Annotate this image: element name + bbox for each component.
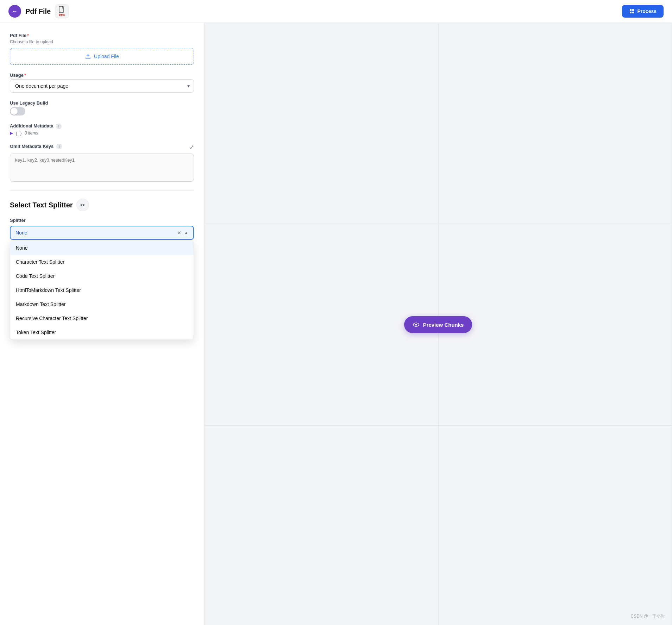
main-layout: Pdf File* Choose a file to upload Upload…: [0, 23, 672, 625]
svg-rect-1: [630, 9, 632, 11]
upload-icon: [85, 53, 91, 60]
svg-rect-0: [59, 6, 63, 13]
pdf-file-label: Pdf File*: [10, 33, 194, 38]
splitter-dropdown-menu: None Character Text Splitter Code Text S…: [10, 240, 194, 340]
svg-rect-3: [630, 12, 632, 13]
omit-metadata-label: Omit Metadata Keys i: [10, 144, 62, 150]
text-splitter-title: Select Text Splitter ✂: [10, 199, 194, 211]
right-panel: Preview Chunks: [204, 23, 672, 625]
pdf-icon-button[interactable]: PDF: [55, 4, 69, 18]
scissors-button[interactable]: ✂: [76, 199, 89, 211]
chunk-cell-3: [438, 224, 672, 425]
additional-metadata-label: Additional Metadata i: [10, 123, 194, 129]
omit-metadata-textarea[interactable]: [10, 154, 194, 182]
omit-metadata-group: Omit Metadata Keys i ⤢: [10, 144, 194, 183]
dropdown-clear-icon[interactable]: ✕: [177, 230, 181, 235]
metadata-brace-close: }: [20, 131, 21, 136]
splitter-option-character[interactable]: Character Text Splitter: [10, 255, 194, 269]
text-splitter-group: Select Text Splitter ✂ Splitter None ✕ ▲…: [10, 199, 194, 240]
process-button[interactable]: Process: [622, 5, 664, 18]
splitter-selected-text: None: [15, 230, 27, 236]
usage-required-marker: *: [24, 73, 26, 78]
process-label: Process: [638, 8, 657, 14]
left-panel: Pdf File* Choose a file to upload Upload…: [0, 23, 204, 625]
upload-file-label: Upload File: [94, 54, 119, 59]
chunk-cell-4: [204, 425, 438, 625]
text-splitter-title-text: Select Text Splitter: [10, 201, 73, 209]
svg-rect-4: [632, 12, 634, 13]
legacy-build-label: Use Legacy Build: [10, 100, 194, 106]
splitter-option-token[interactable]: Token Text Splitter: [10, 325, 194, 339]
header: ← Pdf File PDF Process: [0, 0, 672, 23]
splitter-label: Splitter: [10, 218, 194, 223]
additional-metadata-info-icon[interactable]: i: [56, 124, 62, 129]
pdf-file-icon: [59, 6, 65, 13]
preview-chunks-button[interactable]: Preview Chunks: [404, 316, 472, 333]
chunk-cell-5: [438, 425, 672, 625]
splitter-option-markdown[interactable]: Markdown Text Splitter: [10, 297, 194, 311]
pdf-file-sublabel: Choose a file to upload: [10, 39, 194, 44]
back-button[interactable]: ←: [8, 5, 21, 18]
upload-file-button[interactable]: Upload File: [10, 48, 194, 65]
metadata-expand-icon[interactable]: ▶: [10, 131, 13, 136]
process-icon: [629, 8, 635, 14]
header-left: ← Pdf File PDF: [8, 4, 69, 18]
splitter-option-recursive[interactable]: Recursive Character Text Splitter: [10, 311, 194, 325]
metadata-brace-open: {: [16, 131, 17, 136]
scissors-icon: ✂: [80, 202, 85, 208]
legacy-build-group: Use Legacy Build: [10, 100, 194, 115]
splitter-option-code[interactable]: Code Text Splitter: [10, 269, 194, 283]
omit-metadata-expand-icon[interactable]: ⤢: [189, 144, 194, 150]
preview-chunks-label: Preview Chunks: [423, 322, 464, 328]
pdf-required-marker: *: [27, 33, 29, 38]
additional-metadata-group: Additional Metadata i ▶ { } 0 items: [10, 123, 194, 136]
splitter-dropdown-selected[interactable]: None ✕ ▲: [10, 226, 194, 240]
usage-group: Usage* One document per page One documen…: [10, 73, 194, 93]
watermark: CSDN @一千小时: [630, 613, 665, 619]
dropdown-chevron-icon[interactable]: ▲: [184, 230, 188, 235]
pdf-label: PDF: [59, 13, 65, 17]
chunk-cell-0: [204, 23, 438, 224]
usage-label: Usage*: [10, 73, 194, 78]
splitter-option-none[interactable]: None: [10, 241, 194, 255]
svg-point-6: [415, 324, 417, 326]
splitter-option-htmltomarkdown[interactable]: HtmlToMarkdown Text Splitter: [10, 283, 194, 297]
legacy-build-toggle[interactable]: [10, 107, 25, 115]
omit-metadata-info-icon[interactable]: i: [56, 144, 62, 149]
usage-select-wrapper: One document per page One document per f…: [10, 79, 194, 93]
svg-rect-2: [632, 9, 634, 11]
pdf-file-group: Pdf File* Choose a file to upload Upload…: [10, 33, 194, 65]
splitter-dropdown-container: None ✕ ▲ None Character Text Splitter Co…: [10, 226, 194, 240]
chunk-cell-2: [204, 224, 438, 425]
chunk-cell-1: [438, 23, 672, 224]
omit-metadata-header: Omit Metadata Keys i ⤢: [10, 144, 194, 151]
metadata-count: 0 items: [25, 131, 38, 136]
dropdown-actions: ✕ ▲: [177, 230, 188, 235]
usage-select[interactable]: One document per page One document per f…: [10, 79, 194, 93]
toggle-row: [10, 107, 194, 115]
section-divider: [10, 190, 194, 191]
page-title: Pdf File: [25, 7, 51, 15]
eye-icon: [413, 321, 420, 328]
toggle-knob: [11, 108, 18, 115]
metadata-row: ▶ { } 0 items: [10, 131, 194, 136]
